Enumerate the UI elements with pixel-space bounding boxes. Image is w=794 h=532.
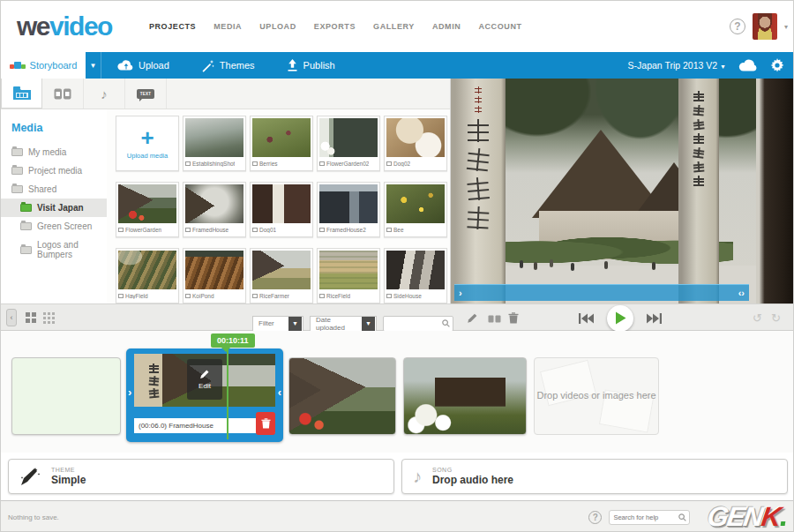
edit-clip-button[interactable]: Edit bbox=[187, 359, 222, 400]
play-button[interactable] bbox=[607, 305, 633, 332]
preview-scrubber[interactable]: › ‹› bbox=[454, 284, 749, 301]
storyboard-dropdown-icon[interactable]: ▼ bbox=[86, 52, 101, 79]
delete-media-button[interactable] bbox=[508, 304, 519, 332]
wevideo-app-window: wevideo PROJECTSMEDIAUPLOADEXPORTSGALLER… bbox=[0, 0, 794, 532]
media-item-label: EstablishingShot bbox=[192, 161, 235, 167]
sort-select[interactable]: Date uploaded ▼ bbox=[310, 316, 377, 332]
sidebar-item-visit-japan[interactable]: Visit Japan bbox=[1, 199, 107, 217]
tab-media[interactable] bbox=[1, 79, 42, 109]
media-item-label: Berries bbox=[259, 161, 278, 167]
storyboard-tab[interactable]: Storyboard bbox=[1, 52, 86, 79]
timeline-drop-zone[interactable]: Drop videos or images here bbox=[534, 357, 659, 435]
nav-item-projects[interactable]: PROJECTS bbox=[149, 22, 196, 31]
media-item-berries[interactable]: Berries bbox=[250, 116, 313, 171]
media-item-label: FramedHouse bbox=[192, 227, 228, 233]
settings-gear-icon[interactable] bbox=[770, 58, 784, 72]
publish-button[interactable]: Publish bbox=[271, 52, 351, 79]
timeline-clip-selected[interactable]: Edit › ‹ (00:06.0) FramedHouse bbox=[126, 348, 283, 442]
media-item-framedhouse2[interactable]: FramedHouse2 bbox=[317, 182, 380, 237]
media-item-establishingshot[interactable]: EstablishingShot bbox=[183, 116, 246, 171]
sidebar-item-project-media[interactable]: Project media bbox=[1, 161, 107, 180]
skip-back-button[interactable] bbox=[579, 313, 595, 324]
media-item-flowergarden[interactable]: FlowerGarden bbox=[116, 182, 179, 237]
top-header: wevideo PROJECTSMEDIAUPLOADEXPORTSGALLER… bbox=[1, 1, 794, 52]
media-item-koipond[interactable]: KoiPond bbox=[183, 248, 246, 303]
account-chevron-down-icon[interactable]: ▾ bbox=[784, 23, 788, 31]
nav-item-upload[interactable]: UPLOAD bbox=[259, 22, 296, 31]
top-nav-right: ? ▾ bbox=[730, 13, 788, 40]
nav-item-gallery[interactable]: GALLERY bbox=[373, 22, 415, 31]
grid-view-icon[interactable] bbox=[26, 304, 37, 332]
edit-media-button[interactable] bbox=[467, 304, 478, 332]
undo-icon[interactable]: ↺ bbox=[753, 311, 762, 325]
skip-forward-button[interactable] bbox=[646, 313, 662, 324]
history-controls: ↺ ↻ bbox=[753, 304, 781, 332]
playhead-line[interactable] bbox=[227, 348, 228, 439]
collapse-panel-handle[interactable]: ‹ bbox=[6, 309, 17, 326]
theme-bar[interactable]: THEME Simple bbox=[8, 459, 394, 494]
timeline-clip-4[interactable] bbox=[403, 357, 527, 435]
sidebar-item-shared[interactable]: Shared bbox=[1, 180, 107, 199]
tab-text[interactable]: TEXT bbox=[125, 79, 167, 109]
media-item-flowergarden02[interactable]: FlowerGarden02 bbox=[317, 116, 380, 171]
trim-left-handle[interactable]: › bbox=[128, 386, 131, 399]
help-icon[interactable]: ? bbox=[588, 511, 602, 524]
media-item-caption: SideHouse bbox=[386, 289, 445, 301]
redo-icon[interactable]: ↻ bbox=[771, 311, 781, 325]
nav-item-account[interactable]: ACCOUNT bbox=[478, 22, 521, 31]
upload-button[interactable]: Upload bbox=[101, 52, 185, 79]
song-bar[interactable]: ♪ SONG Drop audio here bbox=[401, 459, 788, 494]
nav-item-admin[interactable]: ADMIN bbox=[432, 22, 461, 31]
video-preview[interactable]: › ‹› bbox=[451, 79, 794, 303]
list-view-icon[interactable] bbox=[43, 304, 55, 332]
media-item-label: FlowerGarden02 bbox=[326, 161, 369, 167]
sidebar-item-my-media[interactable]: My media bbox=[1, 143, 107, 161]
sidebar-list: My mediaProject mediaSharedVisit JapanGr… bbox=[1, 143, 107, 264]
theme-value: Simple bbox=[51, 474, 86, 486]
nav-item-media[interactable]: MEDIA bbox=[213, 22, 242, 31]
storyboard-label: Storyboard bbox=[30, 60, 78, 71]
media-item-ricefarmer[interactable]: RiceFarmer bbox=[250, 248, 313, 303]
media-item-sidehouse[interactable]: SideHouse bbox=[384, 248, 447, 303]
themes-button[interactable]: Themes bbox=[185, 52, 271, 79]
search-icon bbox=[442, 319, 450, 327]
delete-clip-button[interactable] bbox=[256, 412, 275, 435]
project-area: S-Japan Trip 2013 V2 ▼ bbox=[628, 52, 794, 79]
media-item-bee[interactable]: Bee bbox=[384, 182, 447, 237]
nav-item-exports[interactable]: EXPORTS bbox=[314, 22, 356, 31]
scrubber-end-marker[interactable]: ‹› bbox=[738, 288, 745, 298]
media-thumbnail bbox=[386, 118, 445, 157]
folder-icon bbox=[11, 185, 23, 193]
sidebar-item-green-screen[interactable]: Green Screen bbox=[1, 217, 107, 236]
filter-select[interactable]: Filter ▼ bbox=[252, 316, 303, 332]
timeline-clip-3[interactable] bbox=[288, 357, 396, 435]
media-item-caption: EstablishingShot bbox=[185, 157, 243, 169]
tab-transitions[interactable] bbox=[42, 79, 84, 109]
wevideo-logo[interactable]: wevideo bbox=[17, 11, 112, 41]
media-item-hayfield[interactable]: HayField bbox=[116, 248, 179, 303]
clip-type-icon bbox=[319, 228, 325, 232]
sidebar-item-logos-and-bumpers[interactable]: Logos and Bumpers bbox=[1, 236, 107, 264]
project-name-dropdown[interactable]: S-Japan Trip 2013 V2 ▼ bbox=[628, 60, 726, 71]
media-thumbnail bbox=[319, 118, 378, 157]
cloud-sync-icon[interactable] bbox=[738, 59, 758, 71]
upload-media-tile[interactable]: + Upload media bbox=[116, 116, 179, 171]
media-item-ricefield[interactable]: RiceField bbox=[317, 248, 380, 303]
user-avatar[interactable] bbox=[753, 13, 777, 40]
scrubber-start-marker[interactable]: › bbox=[459, 288, 462, 298]
help-icon[interactable]: ? bbox=[730, 19, 745, 34]
media-item-dog01[interactable]: Dog01 bbox=[250, 182, 313, 237]
media-item-label: FramedHouse2 bbox=[326, 227, 366, 233]
media-item-dog02[interactable]: Dog02 bbox=[384, 116, 447, 171]
media-search-input[interactable] bbox=[384, 319, 442, 327]
trim-right-handle[interactable]: ‹ bbox=[278, 386, 281, 399]
tab-audio[interactable]: ♪ bbox=[84, 79, 125, 109]
media-thumbnail bbox=[252, 184, 311, 223]
media-item-caption: HayField bbox=[118, 289, 176, 301]
media-panel-body: Media My mediaProject mediaSharedVisit J… bbox=[1, 109, 450, 303]
duplicate-icon[interactable] bbox=[488, 304, 501, 332]
media-item-label: HayField bbox=[125, 293, 148, 299]
timeline-clip-title[interactable] bbox=[11, 357, 121, 435]
help-search-input[interactable] bbox=[610, 513, 678, 521]
media-item-framedhouse[interactable]: FramedHouse bbox=[183, 182, 246, 237]
